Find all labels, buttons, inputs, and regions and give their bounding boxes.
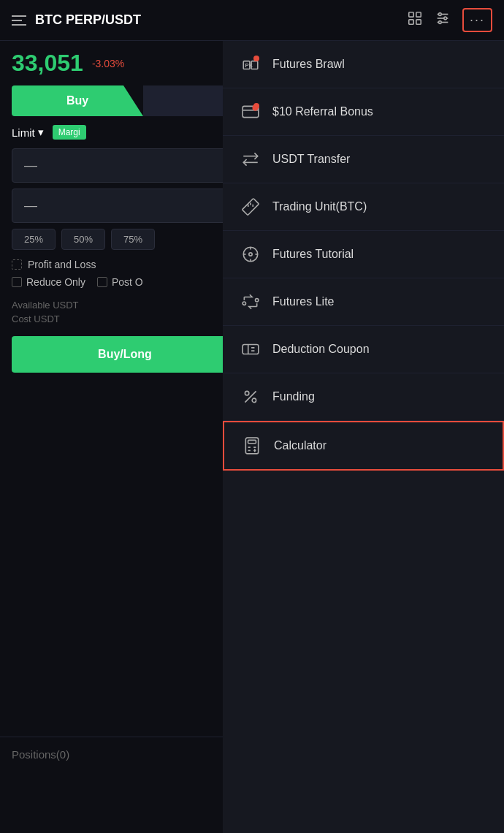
svg-point-9 (438, 21, 441, 24)
dropdown-menu: PK Futures Brawl $10 Referral Bonus (223, 41, 504, 833)
menu-item-futures-brawl[interactable]: PK Futures Brawl (223, 41, 504, 88)
svg-point-7 (438, 13, 441, 16)
post-only-checkbox[interactable] (97, 277, 107, 287)
profit-loss-checkbox[interactable] (12, 259, 22, 270)
post-only-label: Post O (112, 276, 143, 288)
menu-item-referral-bonus[interactable]: $10 Referral Bonus (223, 88, 504, 136)
calculator-label: Calculator (274, 439, 327, 452)
menu-item-calculator[interactable]: Calculator (223, 421, 504, 471)
funding-label: Funding (272, 390, 315, 403)
svg-rect-2 (409, 20, 413, 24)
svg-point-33 (245, 391, 248, 395)
svg-line-32 (245, 391, 256, 402)
reduce-only-checkbox[interactable] (12, 277, 22, 287)
minus-icon: — (24, 158, 37, 173)
price-value: 33,051 (12, 50, 83, 77)
svg-rect-3 (416, 20, 421, 24)
svg-rect-30 (243, 345, 259, 354)
buy-long-button[interactable]: Buy/Long (12, 336, 238, 373)
svg-rect-1 (416, 12, 421, 17)
minus-icon2: — (24, 198, 37, 213)
swap-icon (240, 292, 261, 312)
referral-icon (240, 102, 261, 122)
buy-tab[interactable]: Buy (12, 85, 143, 116)
pk-icon: PK (240, 54, 261, 75)
hamburger-icon[interactable] (12, 15, 26, 26)
referral-bonus-label: $10 Referral Bonus (272, 105, 373, 118)
svg-rect-0 (409, 12, 413, 17)
futures-lite-label: Futures Lite (272, 295, 334, 308)
pct-50-btn[interactable]: 50% (61, 229, 105, 250)
coupon-icon (240, 339, 261, 360)
usdt-transfer-label: USDT Transfer (272, 153, 350, 166)
svg-rect-18 (243, 199, 259, 216)
menu-item-funding[interactable]: Funding (223, 373, 504, 421)
calculator-icon (242, 435, 262, 456)
positions-tab[interactable]: Positions(0) (12, 748, 69, 764)
price-change: -3.03% (92, 58, 124, 69)
svg-text:PK: PK (245, 62, 253, 69)
notification-dot (253, 56, 259, 61)
compass-icon (240, 244, 261, 265)
percent-icon (240, 387, 261, 407)
header: BTC PERP/USDT ··· (0, 0, 504, 41)
reduce-only-label: Reduce Only (26, 276, 85, 288)
svg-rect-36 (248, 440, 256, 443)
menu-item-deduction-coupon[interactable]: Deduction Coupon (223, 326, 504, 373)
margin-badge: Margi (53, 125, 86, 140)
menu-item-futures-lite[interactable]: Futures Lite (223, 278, 504, 326)
menu-item-futures-tutorial[interactable]: Futures Tutorial (223, 231, 504, 278)
page-title: BTC PERP/USDT (35, 12, 141, 28)
more-button[interactable]: ··· (462, 8, 492, 32)
settings-icon[interactable] (435, 10, 451, 30)
trading-unit-label: Trading Unit(BTC) (272, 200, 367, 213)
chart-icon[interactable] (407, 10, 423, 30)
pct-75-btn[interactable]: 75% (111, 229, 155, 250)
limit-select[interactable]: Limit ▾ (12, 126, 44, 139)
header-left: BTC PERP/USDT (12, 12, 141, 28)
pct-25-btn[interactable]: 25% (12, 229, 56, 250)
ruler-icon (240, 197, 261, 217)
deduction-coupon-label: Deduction Coupon (272, 343, 370, 356)
notification-dot-2 (253, 103, 259, 109)
transfer-icon (240, 149, 261, 170)
svg-point-34 (252, 398, 256, 402)
menu-item-usdt-transfer[interactable]: USDT Transfer (223, 136, 504, 183)
header-right: ··· (407, 8, 492, 32)
profit-loss-label: Profit and Loss (28, 259, 96, 270)
svg-point-29 (256, 299, 259, 302)
futures-tutorial-label: Futures Tutorial (272, 248, 354, 261)
menu-item-trading-unit[interactable]: Trading Unit(BTC) (223, 183, 504, 231)
svg-point-23 (249, 253, 252, 256)
futures-brawl-label: Futures Brawl (272, 58, 345, 71)
svg-point-28 (243, 302, 245, 305)
svg-point-8 (444, 17, 447, 20)
